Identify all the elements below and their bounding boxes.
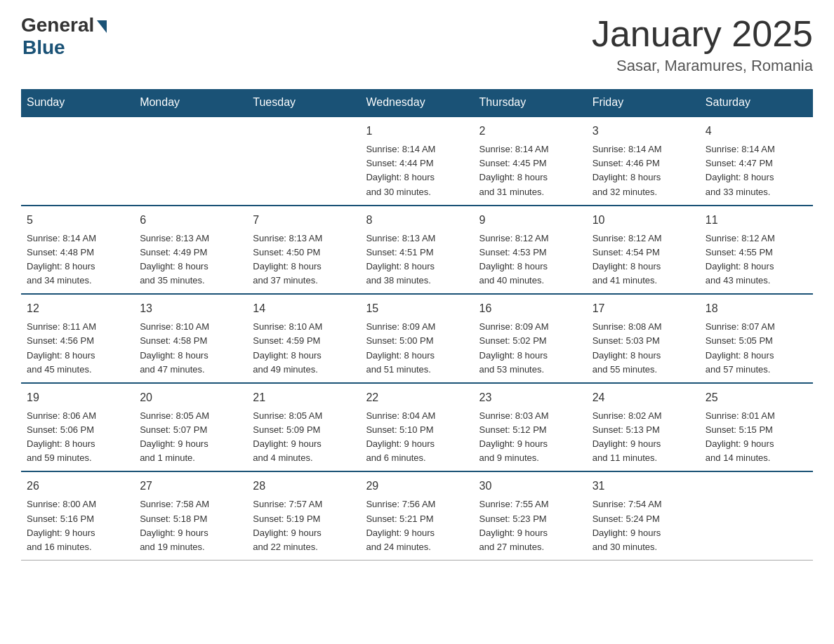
calendar-cell: 14Sunrise: 8:10 AMSunset: 4:59 PMDayligh… bbox=[247, 294, 360, 383]
calendar-cell: 24Sunrise: 8:02 AMSunset: 5:13 PMDayligh… bbox=[587, 383, 700, 472]
calendar-cell: 9Sunrise: 8:12 AMSunset: 4:53 PMDaylight… bbox=[474, 206, 587, 295]
day-number: 26 bbox=[27, 478, 128, 495]
day-number: 29 bbox=[366, 478, 468, 495]
day-number: 16 bbox=[479, 300, 581, 317]
calendar-cell bbox=[21, 116, 134, 206]
day-header-thursday: Thursday bbox=[474, 89, 587, 116]
day-info: Sunrise: 8:08 AMSunset: 5:03 PMDaylight:… bbox=[593, 320, 694, 377]
logo-arrow-icon bbox=[97, 20, 107, 33]
day-number: 10 bbox=[593, 212, 694, 229]
day-header-wednesday: Wednesday bbox=[360, 89, 473, 116]
day-number: 18 bbox=[706, 300, 807, 317]
day-number: 7 bbox=[253, 212, 355, 229]
day-header-tuesday: Tuesday bbox=[247, 89, 360, 116]
title-section: January 2025 Sasar, Maramures, Romania bbox=[592, 14, 813, 75]
day-info: Sunrise: 8:05 AMSunset: 5:07 PMDaylight:… bbox=[140, 409, 241, 466]
calendar-week-row: 19Sunrise: 8:06 AMSunset: 5:06 PMDayligh… bbox=[21, 383, 813, 472]
calendar-cell: 18Sunrise: 8:07 AMSunset: 5:05 PMDayligh… bbox=[700, 294, 813, 383]
calendar-cell: 27Sunrise: 7:58 AMSunset: 5:18 PMDayligh… bbox=[134, 471, 247, 560]
calendar-cell: 4Sunrise: 8:14 AMSunset: 4:47 PMDaylight… bbox=[700, 116, 813, 206]
day-number: 11 bbox=[706, 212, 807, 229]
page-header: General Blue January 2025 Sasar, Maramur… bbox=[21, 14, 813, 75]
day-number: 2 bbox=[479, 123, 581, 140]
day-info: Sunrise: 8:09 AMSunset: 5:02 PMDaylight:… bbox=[479, 320, 581, 377]
calendar-table: SundayMondayTuesdayWednesdayThursdayFrid… bbox=[21, 89, 813, 561]
day-number: 6 bbox=[140, 212, 241, 229]
day-header-friday: Friday bbox=[587, 89, 700, 116]
day-info: Sunrise: 8:10 AMSunset: 4:59 PMDaylight:… bbox=[253, 320, 355, 377]
calendar-cell: 8Sunrise: 8:13 AMSunset: 4:51 PMDaylight… bbox=[360, 206, 473, 295]
calendar-cell: 1Sunrise: 8:14 AMSunset: 4:44 PMDaylight… bbox=[360, 116, 473, 206]
calendar-cell bbox=[134, 116, 247, 206]
calendar-cell: 26Sunrise: 8:00 AMSunset: 5:16 PMDayligh… bbox=[21, 471, 134, 560]
calendar-week-row: 1Sunrise: 8:14 AMSunset: 4:44 PMDaylight… bbox=[21, 116, 813, 206]
calendar-cell: 25Sunrise: 8:01 AMSunset: 5:15 PMDayligh… bbox=[700, 383, 813, 472]
calendar-cell bbox=[700, 471, 813, 560]
day-info: Sunrise: 8:03 AMSunset: 5:12 PMDaylight:… bbox=[479, 409, 581, 466]
day-header-monday: Monday bbox=[134, 89, 247, 116]
day-number: 17 bbox=[593, 300, 694, 317]
day-info: Sunrise: 7:54 AMSunset: 5:24 PMDaylight:… bbox=[593, 497, 694, 554]
logo-general-text: General bbox=[21, 14, 94, 36]
day-number: 20 bbox=[140, 389, 241, 406]
day-info: Sunrise: 8:09 AMSunset: 5:00 PMDaylight:… bbox=[366, 320, 468, 377]
day-number: 21 bbox=[253, 389, 355, 406]
day-info: Sunrise: 7:56 AMSunset: 5:21 PMDaylight:… bbox=[366, 497, 468, 554]
calendar-cell: 22Sunrise: 8:04 AMSunset: 5:10 PMDayligh… bbox=[360, 383, 473, 472]
day-info: Sunrise: 7:58 AMSunset: 5:18 PMDaylight:… bbox=[140, 497, 241, 554]
day-number: 24 bbox=[593, 389, 694, 406]
calendar-header-row: SundayMondayTuesdayWednesdayThursdayFrid… bbox=[21, 89, 813, 116]
day-info: Sunrise: 8:13 AMSunset: 4:50 PMDaylight:… bbox=[253, 232, 355, 288]
calendar-cell: 7Sunrise: 8:13 AMSunset: 4:50 PMDaylight… bbox=[247, 206, 360, 295]
calendar-week-row: 5Sunrise: 8:14 AMSunset: 4:48 PMDaylight… bbox=[21, 206, 813, 295]
day-number: 27 bbox=[140, 478, 241, 495]
day-info: Sunrise: 8:01 AMSunset: 5:15 PMDaylight:… bbox=[706, 409, 807, 466]
day-number: 19 bbox=[27, 389, 128, 406]
calendar-cell: 16Sunrise: 8:09 AMSunset: 5:02 PMDayligh… bbox=[474, 294, 587, 383]
day-number: 14 bbox=[253, 300, 355, 317]
day-header-sunday: Sunday bbox=[21, 89, 134, 116]
day-info: Sunrise: 8:14 AMSunset: 4:45 PMDaylight:… bbox=[479, 142, 581, 199]
day-info: Sunrise: 8:13 AMSunset: 4:49 PMDaylight:… bbox=[140, 232, 241, 288]
day-info: Sunrise: 7:57 AMSunset: 5:19 PMDaylight:… bbox=[253, 497, 355, 554]
calendar-cell: 10Sunrise: 8:12 AMSunset: 4:54 PMDayligh… bbox=[587, 206, 700, 295]
calendar-cell: 17Sunrise: 8:08 AMSunset: 5:03 PMDayligh… bbox=[587, 294, 700, 383]
day-info: Sunrise: 8:14 AMSunset: 4:47 PMDaylight:… bbox=[706, 142, 807, 199]
calendar-week-row: 12Sunrise: 8:11 AMSunset: 4:56 PMDayligh… bbox=[21, 294, 813, 383]
calendar-cell: 21Sunrise: 8:05 AMSunset: 5:09 PMDayligh… bbox=[247, 383, 360, 472]
day-info: Sunrise: 8:14 AMSunset: 4:48 PMDaylight:… bbox=[27, 232, 128, 288]
day-number: 15 bbox=[366, 300, 468, 317]
day-info: Sunrise: 8:14 AMSunset: 4:46 PMDaylight:… bbox=[593, 142, 694, 199]
day-info: Sunrise: 8:00 AMSunset: 5:16 PMDaylight:… bbox=[27, 497, 128, 554]
calendar-cell: 2Sunrise: 8:14 AMSunset: 4:45 PMDaylight… bbox=[474, 116, 587, 206]
calendar-subtitle: Sasar, Maramures, Romania bbox=[592, 57, 813, 75]
calendar-cell: 19Sunrise: 8:06 AMSunset: 5:06 PMDayligh… bbox=[21, 383, 134, 472]
day-number: 23 bbox=[479, 389, 581, 406]
calendar-cell: 13Sunrise: 8:10 AMSunset: 4:58 PMDayligh… bbox=[134, 294, 247, 383]
day-number: 1 bbox=[366, 123, 468, 140]
calendar-cell: 15Sunrise: 8:09 AMSunset: 5:00 PMDayligh… bbox=[360, 294, 473, 383]
day-number: 9 bbox=[479, 212, 581, 229]
calendar-cell: 29Sunrise: 7:56 AMSunset: 5:21 PMDayligh… bbox=[360, 471, 473, 560]
day-info: Sunrise: 8:10 AMSunset: 4:58 PMDaylight:… bbox=[140, 320, 241, 377]
day-number: 13 bbox=[140, 300, 241, 317]
calendar-cell: 30Sunrise: 7:55 AMSunset: 5:23 PMDayligh… bbox=[474, 471, 587, 560]
day-info: Sunrise: 8:11 AMSunset: 4:56 PMDaylight:… bbox=[27, 320, 128, 377]
calendar-cell: 3Sunrise: 8:14 AMSunset: 4:46 PMDaylight… bbox=[587, 116, 700, 206]
day-number: 8 bbox=[366, 212, 468, 229]
calendar-cell: 12Sunrise: 8:11 AMSunset: 4:56 PMDayligh… bbox=[21, 294, 134, 383]
calendar-cell: 31Sunrise: 7:54 AMSunset: 5:24 PMDayligh… bbox=[587, 471, 700, 560]
calendar-title: January 2025 bbox=[592, 14, 813, 54]
calendar-cell: 28Sunrise: 7:57 AMSunset: 5:19 PMDayligh… bbox=[247, 471, 360, 560]
calendar-cell: 5Sunrise: 8:14 AMSunset: 4:48 PMDaylight… bbox=[21, 206, 134, 295]
day-number: 30 bbox=[479, 478, 581, 495]
calendar-cell: 6Sunrise: 8:13 AMSunset: 4:49 PMDaylight… bbox=[134, 206, 247, 295]
day-info: Sunrise: 8:05 AMSunset: 5:09 PMDaylight:… bbox=[253, 409, 355, 466]
calendar-cell bbox=[247, 116, 360, 206]
day-info: Sunrise: 8:02 AMSunset: 5:13 PMDaylight:… bbox=[593, 409, 694, 466]
day-number: 5 bbox=[27, 212, 128, 229]
logo-blue-text: Blue bbox=[22, 36, 65, 59]
day-number: 25 bbox=[706, 389, 807, 406]
day-number: 4 bbox=[706, 123, 807, 140]
day-number: 3 bbox=[593, 123, 694, 140]
